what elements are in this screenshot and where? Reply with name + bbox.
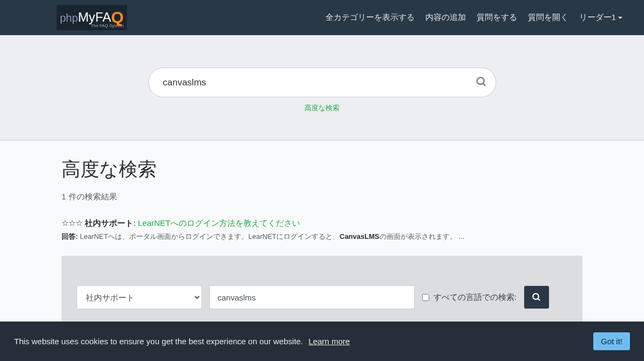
result-category: 社内サポート: [85, 218, 133, 228]
result-answer: 回答: LearNETへは、ポータル画面からログインできます。LearNETにロ…: [62, 232, 582, 242]
svg-line-1: [483, 83, 485, 86]
nav-user-label: リーダー1: [579, 12, 616, 23]
chevron-down-icon: [618, 17, 622, 19]
cookie-learn-more[interactable]: Learn more: [308, 337, 350, 339]
search-result: ☆☆☆ 社内サポート: LearNETへのログイン方法を教えてください: [62, 218, 582, 229]
nav-user-menu[interactable]: リーダー1: [579, 12, 622, 23]
hero-search: 高度な検索: [0, 35, 644, 141]
nav-open-questions[interactable]: 質問を開く: [528, 12, 568, 23]
all-languages-label: すべての言語での検索:: [433, 292, 517, 303]
svg-line-3: [538, 298, 540, 300]
nav-links: 全カテゴリーを表示する 内容の追加 質問をする 質問を開く リーダー1: [326, 12, 622, 23]
logo-q: Q: [111, 8, 124, 26]
cookie-banner: This website uses cookies to ensure you …: [0, 322, 644, 339]
answer-highlight: CanvasLMS: [340, 232, 379, 240]
rating-stars: ☆☆☆: [62, 218, 83, 228]
search-input[interactable]: [148, 68, 496, 97]
advanced-search-input[interactable]: [209, 285, 415, 309]
advanced-search-button[interactable]: [524, 286, 549, 309]
answer-text-pre: LearNETへは、ポータル画面からログインできます。LearNETにログインす…: [78, 232, 340, 240]
search-icon: [476, 76, 487, 88]
nav-add-content[interactable]: 内容の追加: [425, 12, 466, 23]
logo-fa: FA: [95, 10, 111, 25]
result-link[interactable]: LearNETへのログイン方法を教えてください: [138, 218, 300, 228]
logo[interactable]: phpMyFAQ The FAQ System: [57, 5, 127, 30]
result-count: 1 件の検索結果: [62, 192, 582, 202]
all-languages-wrap[interactable]: すべての言語での検索:: [422, 292, 517, 303]
cookie-accept-button[interactable]: Got it!: [593, 332, 630, 339]
page-title: 高度な検索: [62, 157, 582, 182]
logo-my: My: [78, 10, 95, 25]
main-content: 高度な検索 1 件の検索結果 ☆☆☆ 社内サポート: LearNETへのログイン…: [56, 157, 588, 339]
all-languages-checkbox[interactable]: [422, 294, 429, 301]
category-select[interactable]: 社内サポート: [77, 285, 202, 309]
advanced-search-link[interactable]: 高度な検索: [304, 104, 340, 112]
answer-label: 回答:: [62, 232, 78, 240]
nav-ask-question[interactable]: 質問をする: [477, 12, 517, 23]
answer-text-post: の画面が表示されます。 ...: [379, 232, 464, 240]
svg-point-2: [533, 293, 539, 299]
navbar: phpMyFAQ The FAQ System 全カテゴリーを表示する 内容の追…: [0, 0, 644, 35]
cookie-text: This website uses cookies to ensure you …: [14, 337, 303, 339]
svg-point-0: [477, 77, 484, 84]
search-icon: [532, 292, 541, 302]
logo-php: php: [60, 12, 78, 24]
search-button[interactable]: [476, 76, 487, 89]
nav-categories[interactable]: 全カテゴリーを表示する: [326, 12, 415, 23]
